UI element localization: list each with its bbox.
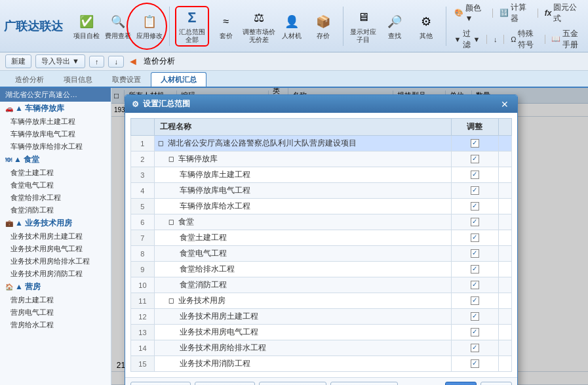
adjust-checkbox-cell[interactable] — [452, 183, 499, 199]
color-btn[interactable]: 🎨 颜色▼ — [452, 2, 488, 24]
toolbar-btn-find[interactable]: 🔎 查找 — [380, 11, 409, 41]
adjust-checkbox-cell[interactable] — [452, 262, 499, 277]
apply-icon: 📋 — [139, 12, 160, 31]
toolbar-btn-other[interactable]: ⚙ 其他 — [412, 11, 441, 41]
sidebar-item-cp-civil[interactable]: 车辆停放库土建工程 — [0, 115, 111, 128]
toolbar-btn-fee[interactable]: 🔍 费用查看 — [104, 11, 132, 41]
select-same-name-btn[interactable]: 选择同名工程 — [130, 382, 191, 385]
cancel-same-name-btn[interactable]: 取消同名工程 — [195, 382, 255, 385]
divider-3 — [446, 7, 446, 46]
toolbar-btn-price[interactable]: ≈ 套价 — [212, 11, 241, 41]
adjust-checkbox-cell[interactable] — [452, 246, 499, 262]
project-name-cell: 业务技术用消防工程 — [154, 356, 451, 372]
confirm-btn[interactable]: 确定 — [445, 382, 477, 385]
manual-btn[interactable]: 📖 五金手册 — [549, 28, 584, 51]
adjust-checkbox[interactable] — [471, 202, 479, 211]
tab-zaojia[interactable]: 造价分析 — [5, 72, 54, 87]
modal-close-btn[interactable]: ✕ — [499, 99, 511, 110]
down-btn[interactable]: ↓ — [108, 56, 124, 68]
cancel-btn[interactable]: 取消 — [480, 382, 512, 385]
import-export-btn[interactable]: 导入导出 ▼ — [35, 54, 85, 68]
calc-btn[interactable]: 🔢 计算器 — [497, 1, 534, 25]
tab-rcj[interactable]: 人材机汇总 — [151, 72, 206, 87]
adjust-checkbox-cell[interactable] — [452, 136, 499, 152]
special-btn[interactable]: Ω 特殊符号 — [508, 28, 541, 51]
adjust-checkbox[interactable] — [471, 249, 479, 258]
sidebar-item-st-elec[interactable]: 食堂电气工程 — [0, 179, 111, 192]
adjust-checkbox-cell[interactable] — [452, 325, 499, 340]
adjust-checkbox[interactable] — [471, 171, 479, 179]
sidebar-item-ywjs[interactable]: 💼 ▲ 业务技术用房 — [0, 216, 111, 230]
select-same-type-btn[interactable]: 选择同专业工程 — [259, 382, 326, 385]
toolbar-btn-labor[interactable]: 👤 人材机 — [277, 11, 306, 41]
sidebar-item-cp-water[interactable]: 车辆停放库给排水工程 — [0, 140, 111, 153]
row-num: 3 — [131, 167, 155, 183]
sidebar-item-st-fire[interactable]: 食堂消防工程 — [0, 204, 111, 216]
sidebar-item-yw-fire[interactable]: 业务技术用房消防工程 — [0, 268, 111, 280]
tab-xiangmu[interactable]: 项目信息 — [54, 72, 102, 87]
project-name-cell: 食堂土建工程 — [154, 230, 451, 246]
adjust-checkbox[interactable] — [471, 344, 479, 352]
divider-2 — [343, 7, 343, 46]
adjust-checkbox-cell[interactable] — [452, 309, 499, 325]
adjust-checkbox-cell[interactable] — [452, 152, 499, 167]
project-name-cell: 业务技术用房给排水工程 — [154, 340, 451, 356]
sidebar-item-yw-civil[interactable]: 业务技术用房土建工程 — [0, 230, 111, 243]
sidebar-item-yf-water[interactable]: 营房给水工程 — [0, 319, 111, 331]
modal-table-row: 3 车辆停放库土建工程 — [131, 167, 512, 183]
modal-table-row: 2 □ 车辆停放库 — [131, 152, 512, 167]
adjust-checkbox-cell[interactable] — [452, 214, 499, 230]
sidebar-item-yf-elec[interactable]: 营房电气工程 — [0, 306, 111, 319]
cancel-same-type-btn[interactable]: 取消同专业工程 — [330, 382, 398, 385]
check-icon: ✅ — [76, 12, 97, 31]
sidebar-item-yingfang[interactable]: 🏠 ▲ 营房 — [0, 280, 111, 294]
sidebar-item-st-water[interactable]: 食堂给排水工程 — [0, 192, 111, 204]
down-arrow-btn[interactable]: ↓ — [491, 35, 500, 44]
project-name-cell: □ 湖北省公安厅高速公路警察总队利川大队营房建设项目 — [154, 136, 451, 152]
toolbar-btn-apply[interactable]: 📋 应用修改 — [135, 11, 164, 41]
toolbar-btn-check[interactable]: ✅ 项目自检 — [72, 11, 101, 41]
adjust-checkbox-cell[interactable] — [452, 340, 499, 356]
sidebar-item-yw-water[interactable]: 业务技术用房给排水工程 — [0, 255, 111, 268]
tab-qufei[interactable]: 取费设置 — [102, 72, 151, 87]
adjust-checkbox-cell[interactable] — [452, 230, 499, 246]
toolbar-btn-collect[interactable]: Σ 汇总范围全部 — [175, 6, 209, 47]
sidebar-item-shitang[interactable]: 🍽 ▲ 食堂 — [0, 153, 111, 167]
adjust-checkbox-cell[interactable] — [452, 277, 499, 293]
adjust-checkbox[interactable] — [471, 312, 479, 321]
formula-btn[interactable]: fx 圆元公式 — [542, 1, 584, 25]
adjust-checkbox-cell[interactable] — [452, 356, 499, 372]
adjust-checkbox[interactable] — [471, 233, 479, 242]
adjust-checkbox[interactable] — [471, 139, 479, 148]
row-num: 5 — [131, 199, 155, 214]
adjust-checkbox[interactable] — [471, 218, 479, 226]
toolbar-btn-stock[interactable]: 📦 存价 — [309, 11, 338, 41]
up-btn[interactable]: ↑ — [89, 56, 105, 68]
sidebar-item-yw-elec[interactable]: 业务技术用房电气工程 — [0, 243, 111, 255]
adjust-checkbox[interactable] — [471, 281, 479, 289]
project-name-cell: 业务技术用房土建工程 — [154, 309, 451, 325]
adjust-checkbox-cell[interactable] — [452, 199, 499, 214]
adjust-checkbox[interactable] — [471, 265, 479, 274]
filter-btn[interactable]: ▼ 过滤 ▼ — [452, 28, 483, 51]
toolbar-btn-display[interactable]: 🖥 显示对应子目 — [349, 7, 378, 45]
modal-table-row: 9 食堂给排水工程 — [131, 262, 512, 277]
sidebar-item-st-civil[interactable]: 食堂土建工程 — [0, 167, 111, 179]
toolbar-btn-adjust[interactable]: ⚖ 调整市场价无价差 — [243, 7, 275, 45]
adjust-checkbox-cell[interactable] — [452, 293, 499, 309]
sidebar-item-yf-civil[interactable]: 营房土建工程 — [0, 294, 111, 306]
adjust-checkbox[interactable] — [471, 155, 479, 163]
sidebar-item-cp-elec[interactable]: 车辆停放库电气工程 — [0, 128, 111, 140]
adjust-checkbox[interactable] — [471, 296, 479, 305]
food-icon: 🍽 — [5, 156, 12, 163]
adjust-checkbox-cell[interactable] — [452, 167, 499, 183]
new-btn[interactable]: 新建 — [5, 54, 31, 68]
row-num: 8 — [131, 246, 155, 262]
sidebar-item-chepai[interactable]: 🚗 ▲ 车辆停放库 — [0, 102, 111, 115]
adjust-checkbox[interactable] — [471, 186, 479, 195]
adjust-checkbox[interactable] — [471, 359, 479, 368]
modal-table-row: 10 食堂消防工程 — [131, 277, 512, 293]
adjust-checkbox[interactable] — [471, 328, 479, 336]
price-icon: ≈ — [216, 12, 237, 31]
project-name-cell: 食堂消防工程 — [154, 277, 451, 293]
